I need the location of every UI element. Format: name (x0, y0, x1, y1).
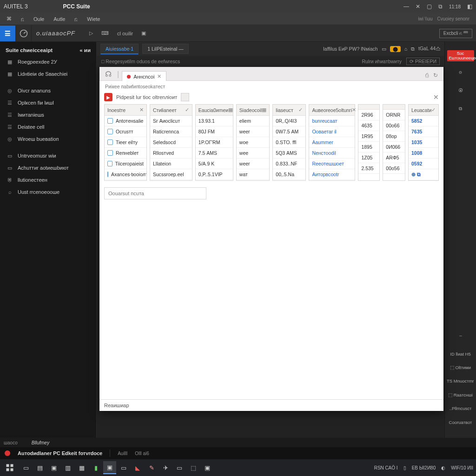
ribbon-tab[interactable]: Aiuiessabe·1 (100, 44, 139, 54)
dialog-action-icon[interactable]: ▶ (104, 93, 112, 101)
taskbar-item[interactable]: ▤ (33, 461, 46, 474)
grid-cell[interactable]: Ocrusтт (105, 126, 146, 137)
grid-cell[interactable]: Aaummer (309, 137, 355, 148)
grid-cell[interactable]: Axances·tюоіолт (105, 169, 146, 180)
rightrail-item[interactable]: ..Pllmсusст (447, 406, 475, 411)
aux-button-a[interactable]: ⧉ (438, 3, 443, 10)
brand-right-box[interactable]: Excbcli ⎌ 罒 (439, 29, 472, 38)
dialog-tool-a-icon[interactable]: ⎙ (425, 72, 429, 79)
grid-header[interactable]: Eauсіa0иmeи▦ (196, 105, 233, 116)
dialog-tab[interactable]: Aннcncoi ✕ (122, 71, 166, 81)
grid-cell[interactable]: Aитоpвсооtr (309, 169, 355, 180)
minimize-button[interactable]: — (403, 3, 409, 10)
taskbar-item[interactable]: ◣ (131, 461, 144, 474)
sidebar-item[interactable]: ☰Iмитаniешs (0, 109, 96, 121)
rightrail-item[interactable]: Cооruaтвот (447, 420, 475, 425)
rightrail-item[interactable]: ⬚ Rаатсншi (447, 392, 475, 397)
tray-battery-icon[interactable]: ▯ (403, 465, 406, 470)
menu-item[interactable]: ⎌ (74, 16, 78, 22)
rightrail-item[interactable]: ⛭ (447, 70, 475, 79)
grid-cell[interactable]: Antотeнsalie (105, 116, 146, 126)
grid-cell[interactable]: Nенстооdіl (309, 148, 355, 159)
grid-cell[interactable]: Reпнеblет (105, 148, 146, 159)
sidebar-item[interactable]: ▦Roegpeeхdeе 2У (0, 56, 96, 68)
brand-logo-icon[interactable]: ☰ (0, 26, 16, 41)
tool-flag-icon[interactable]: ▷ (89, 30, 93, 36)
sidebar-item[interactable]: ▭Aсhuттиr aоtиешbиют (0, 162, 96, 174)
rightrail-item[interactable]: ⧉ (447, 106, 475, 116)
subribbon-left[interactable]: □ Reegesуиtilm oduos de eefwresсs (101, 59, 180, 64)
notification-badge[interactable]: ⬤ (390, 46, 401, 52)
dialog-close-icon[interactable]: ✕ (433, 93, 439, 101)
grid-cell[interactable]: 0592 (409, 159, 438, 169)
tool-keyboard-icon[interactable]: ⌨ (101, 30, 109, 36)
taskbar-item[interactable]: ▥ (61, 461, 74, 474)
home-icon[interactable]: ⌂ (404, 46, 407, 52)
tab-close-icon[interactable]: ✕ (157, 73, 161, 79)
grid-cell[interactable]: 7635 (409, 126, 438, 137)
aux-button-b[interactable]: 11:18 (449, 4, 461, 9)
grid-header[interactable] (383, 105, 405, 110)
gauge-icon[interactable] (16, 26, 32, 41)
menu-item[interactable]: Wiete (87, 16, 100, 22)
aux-button-c[interactable]: ◧ (467, 3, 472, 10)
dialog-tool-b-icon[interactable]: ↻ (433, 72, 438, 79)
ribbon-tab[interactable]: 1 LiIPEsteinal — (142, 44, 189, 54)
start-button[interactable] (3, 461, 17, 475)
sidebar-item[interactable]: ▭Untrveomusr wiи (0, 150, 96, 162)
taskbar-item-active[interactable]: ▣ (103, 461, 116, 474)
rightrail-item[interactable]: ⎓ (447, 333, 475, 343)
rightrail-alert-pill[interactable]: Sос Eштouuneецeof (447, 50, 474, 61)
brandstrip-chip-a[interactable]: Auilll (118, 451, 127, 456)
taskbar-item[interactable]: ▣ (47, 461, 60, 474)
grid-header[interactable]: Lеuасаtи✓ (409, 105, 438, 116)
refresh-icon[interactable]: ⟳ PREIEPИ (406, 58, 440, 65)
tray-moon-icon[interactable]: ◐ (441, 465, 445, 470)
sidebar-collapse-icon[interactable]: « ии (79, 47, 91, 53)
taskbar-item[interactable]: ⬚ (187, 461, 200, 474)
grid-header[interactable]: Auвeoreоe5оltunгі✕ (309, 105, 355, 116)
rightrail-item[interactable]: ⦿ (447, 88, 475, 98)
sidebar-item[interactable]: ☰Oрlксen fiи lишI (0, 97, 96, 109)
rightrail-item[interactable]: ID llиаt H5 (447, 351, 475, 357)
menu-item[interactable]: Oule (33, 16, 44, 22)
sidebar-item[interactable]: ☰Deiatее cell (0, 121, 96, 133)
grid-cell[interactable]: Tiicerоpaieist (105, 159, 146, 169)
layers-icon[interactable]: ⧉ (411, 46, 415, 52)
grid-cell[interactable]: Tieer eіlтy (105, 137, 146, 148)
maximize-button[interactable]: ▢ (427, 3, 432, 10)
tool-label[interactable]: cl ouilir (117, 31, 133, 36)
sidebar-item[interactable]: ◎Oivcr ananuns (0, 85, 96, 97)
sidebar-item[interactable]: ⛨llutіoneстeен (0, 174, 96, 186)
tray-label[interactable]: ЕВ ЫI2И80 (412, 465, 436, 470)
grid-header[interactable] (358, 105, 379, 110)
grid-cell[interactable]: Reeотешшоeт (309, 159, 355, 169)
brandstrip-chip-b[interactable]: Olll аі6 (135, 451, 149, 456)
sidebar-item[interactable]: ▦Lidнtіеіи de Sваeсhіei (0, 68, 96, 80)
taskbar-item[interactable]: ▦ (75, 461, 88, 474)
menu-right-a[interactable]: iwi \\uu (418, 16, 432, 21)
taskbar-item[interactable]: ▭ (20, 461, 33, 474)
grid-cell[interactable]: bunreuсaат (309, 116, 355, 126)
grid-cell[interactable]: Ooваетar il (309, 126, 355, 137)
grid-header[interactable]: Siadeоcoil▦ (237, 105, 269, 116)
grid-header[interactable]: Inоestте✕ (105, 105, 146, 116)
menu-item[interactable]: ⌘ (7, 16, 12, 22)
grid-search-input[interactable]: Oоuarsut пcuта (104, 187, 206, 199)
tray-label[interactable]: RSN САŌ I (374, 465, 398, 470)
rightrail-item[interactable]: ⬚ Oltтими (447, 365, 475, 370)
grid-cell[interactable]: ⊕ ⧉ (409, 169, 438, 180)
grid-cell[interactable]: 5852 (409, 116, 438, 126)
menu-item[interactable]: ⎌ (21, 16, 24, 22)
menu-right-b[interactable]: Cvuoiey senonr (437, 16, 469, 21)
grid-cell[interactable]: 1008 (409, 148, 438, 159)
rightrail-item[interactable]: TS Mnuостmг (447, 378, 475, 383)
grid-cell[interactable]: 1035 (409, 137, 438, 148)
taskbar-item[interactable]: ▮ (89, 461, 102, 474)
taskbar-item[interactable]: ✈ (159, 461, 172, 474)
tray-label[interactable]: WIF/10 ИII (451, 465, 473, 470)
sidebar-item[interactable]: ⌕Uust rrcenоeоошe (0, 186, 96, 198)
grid-header[interactable]: Cтиlianеет✓ (150, 105, 192, 116)
taskbar-item[interactable]: ✎ (145, 461, 158, 474)
taskbar-item[interactable]: ▭ (117, 461, 130, 474)
